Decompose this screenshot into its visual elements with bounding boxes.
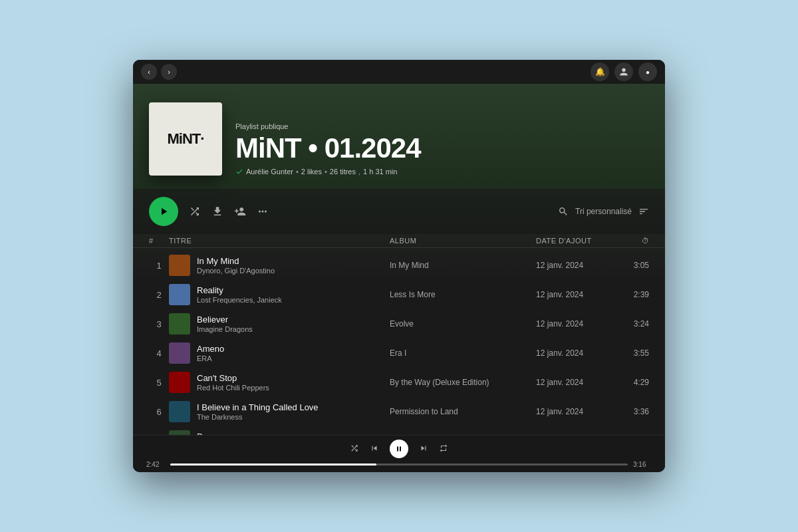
player-repeat-button[interactable] [439, 444, 448, 455]
track-artist: Red Hot Chili Peppers [197, 384, 269, 392]
track-name-artist: I Believe in a Thing Called Love The Dar… [197, 402, 319, 421]
track-row[interactable]: 5 Can't Stop Red Hot Chili Peppers By th… [133, 368, 665, 397]
shuffle-button[interactable] [189, 205, 201, 217]
playlist-tracks-count: 26 titres [330, 168, 356, 176]
more-button[interactable] [257, 205, 269, 217]
sort-label[interactable]: Tri personnalisé [575, 207, 632, 216]
player-prev-button[interactable] [370, 444, 379, 455]
current-time: 2:42 [146, 461, 165, 468]
download-button[interactable] [211, 205, 223, 217]
track-info: Ameno ERA [169, 342, 390, 364]
track-duration: 2:39 [616, 290, 649, 299]
player-pause-button[interactable] [390, 440, 408, 458]
col-title: Titre [169, 237, 390, 245]
track-name-artist: Reality Lost Frequencies, Janieck [197, 285, 282, 304]
track-name-artist: Believer Imagine Dragons [197, 315, 253, 333]
track-name-artist: In My Mind Dynoro, Gigi D'Agostino [197, 256, 275, 275]
playlist-duration: 1 h 31 min [363, 168, 397, 176]
track-name-artist: Can't Stop Red Hot Chili Peppers [197, 373, 269, 392]
track-date: 12 janv. 2024 [536, 348, 616, 358]
nav-buttons: ‹ › [141, 64, 177, 80]
track-date: 12 janv. 2024 [536, 319, 616, 329]
track-duration: 3:05 [616, 261, 649, 270]
progress-fill [170, 464, 376, 466]
track-info: In My Mind Dynoro, Gigi D'Agostino [169, 255, 390, 276]
track-name: I Believe in a Thing Called Love [197, 402, 319, 412]
player-next-button[interactable] [419, 444, 428, 455]
track-name-artist: Ameno ERA [197, 344, 224, 362]
track-thumbnail [169, 313, 190, 334]
track-number: 4 [149, 348, 169, 358]
playlist-meta: Aurélie Gunter • 2 likes • 26 titres , 1… [235, 168, 649, 176]
track-number: 6 [149, 407, 169, 417]
nav-forward-button[interactable]: › [161, 64, 177, 80]
track-date: 12 janv. 2024 [536, 290, 616, 299]
col-duration: ⏱ [616, 237, 649, 245]
track-row[interactable]: 7 Demons Imagine Dragons Night Visions 1… [133, 426, 665, 435]
sort-icon[interactable] [638, 206, 649, 217]
playlist-header: MiNT· Playlist publique MiNT • 01.2024 A… [133, 84, 665, 189]
col-date: Date d'ajout [536, 237, 616, 245]
track-row[interactable]: 1 In My Mind Dynoro, Gigi D'Agostino In … [133, 251, 665, 280]
search-icon[interactable] [558, 206, 569, 217]
track-duration: 3:55 [616, 348, 649, 358]
track-number: 5 [149, 378, 169, 388]
track-thumbnail [169, 372, 190, 393]
playlist-likes: 2 likes [301, 168, 322, 176]
controls-bar: Tri personnalisé [133, 189, 665, 234]
progress-row: 2:42 3:16 [146, 461, 652, 468]
track-info: Demons Imagine Dragons [169, 430, 390, 435]
col-num: # [149, 237, 169, 245]
track-row[interactable]: 4 Ameno ERA Era I 12 janv. 2024 3:55 [133, 338, 665, 368]
track-row[interactable]: 6 I Believe in a Thing Called Love The D… [133, 397, 665, 426]
col-album: Album [390, 237, 536, 245]
top-bar: ‹ › 🔔 ● [133, 60, 665, 84]
track-row[interactable]: 2 Reality Lost Frequencies, Janieck Less… [133, 280, 665, 309]
track-name: In My Mind [197, 256, 275, 266]
track-artist: Lost Frequencies, Janieck [197, 296, 282, 304]
track-row[interactable]: 3 Believer Imagine Dragons Evolve 12 jan… [133, 309, 665, 338]
player-bar: 2:42 3:16 [133, 435, 665, 472]
nav-back-button[interactable]: ‹ [141, 64, 157, 80]
user-icon[interactable] [614, 63, 633, 81]
track-duration: 3:36 [616, 407, 649, 416]
track-album: Permission to Land [390, 407, 536, 416]
track-thumbnail [169, 255, 190, 276]
track-info: Believer Imagine Dragons [169, 313, 390, 334]
track-list-header: # Titre Album Date d'ajout ⏱ [133, 234, 665, 248]
track-thumbnail [169, 401, 190, 422]
track-artist: Imagine Dragons [197, 325, 253, 333]
profile-icon[interactable]: ● [638, 63, 657, 81]
track-album: Less Is More [390, 290, 536, 299]
add-user-button[interactable] [234, 205, 246, 217]
track-album: By the Way (Deluxe Edition) [390, 378, 536, 387]
track-album: In My Mind [390, 261, 536, 270]
track-date: 12 janv. 2024 [536, 407, 616, 416]
track-duration: 4:29 [616, 378, 649, 387]
track-name: Believer [197, 315, 253, 325]
track-date: 12 janv. 2024 [536, 378, 616, 387]
track-info: Can't Stop Red Hot Chili Peppers [169, 372, 390, 393]
track-number: 1 [149, 261, 169, 271]
track-name: Reality [197, 285, 282, 295]
track-list: 1 In My Mind Dynoro, Gigi D'Agostino In … [133, 251, 665, 435]
track-album: Era I [390, 348, 536, 358]
mint-logo-text: MiNT· [168, 130, 204, 148]
track-name: Can't Stop [197, 373, 269, 383]
main-content: MiNT· Playlist publique MiNT • 01.2024 A… [133, 84, 665, 435]
track-date: 12 janv. 2024 [536, 261, 616, 270]
track-thumbnail [169, 430, 190, 435]
play-button[interactable] [149, 197, 178, 226]
track-album: Evolve [390, 319, 536, 329]
track-info: Reality Lost Frequencies, Janieck [169, 284, 390, 305]
playlist-title: MiNT • 01.2024 [235, 133, 649, 164]
progress-bar[interactable] [170, 464, 628, 466]
track-artist: The Darkness [197, 413, 319, 421]
app-window: ‹ › 🔔 ● MiNT· Playlist publique MiNT • 0… [133, 60, 665, 472]
player-shuffle-button[interactable] [350, 444, 359, 455]
player-controls [146, 440, 652, 458]
total-time: 3:16 [633, 461, 652, 468]
track-artist: Dynoro, Gigi D'Agostino [197, 267, 275, 275]
notification-icon[interactable]: 🔔 [591, 63, 609, 81]
track-number: 3 [149, 319, 169, 329]
